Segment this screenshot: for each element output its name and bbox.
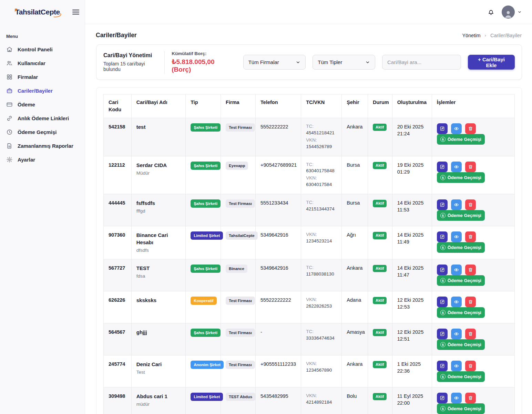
city: Adana bbox=[342, 291, 368, 323]
phone: 5552222222 bbox=[256, 118, 301, 156]
add-cari-button[interactable]: + Cari/Bayi Ekle bbox=[468, 55, 515, 70]
delete-button[interactable] bbox=[465, 123, 476, 134]
sidebar-item-kullan-c-lar[interactable]: Kullanıcılar bbox=[0, 56, 85, 70]
type-filter-select[interactable]: Tüm Tipler bbox=[313, 55, 375, 70]
col-header-name: Cari/Bayi Adı bbox=[131, 94, 185, 118]
delete-button[interactable] bbox=[465, 297, 476, 307]
payment-history-button[interactable]: $ Ödeme Geçmişi bbox=[437, 403, 485, 414]
status-cell: Aktif bbox=[368, 355, 392, 387]
cari-name-cell: Binance Cari Hesabı dfsdfs bbox=[131, 226, 185, 259]
edit-button[interactable] bbox=[437, 329, 448, 339]
city: Bursa bbox=[342, 156, 368, 194]
management-title: Cari/Bayi Yönetimi bbox=[103, 52, 157, 59]
sidebar-item-ayarlar[interactable]: Ayarlar bbox=[0, 153, 85, 166]
edit-button[interactable] bbox=[437, 393, 448, 403]
firm-badge: Test Firması bbox=[226, 123, 255, 132]
delete-button[interactable] bbox=[465, 231, 476, 242]
view-button[interactable] bbox=[451, 123, 462, 134]
sidebar-item-cariler-bayiler[interactable]: Cariler/Bayiler bbox=[0, 84, 85, 97]
avatar bbox=[502, 6, 515, 19]
view-button[interactable] bbox=[451, 199, 462, 210]
cari-subname: Test bbox=[136, 369, 181, 376]
cari-code: 245774 bbox=[104, 355, 132, 387]
menu-section-label: Menu bbox=[0, 24, 85, 42]
view-button[interactable] bbox=[451, 231, 462, 242]
sidebar-item-label: Zamanlanmış Raporlar bbox=[18, 143, 73, 149]
firm-cell: TahsilatCepte bbox=[221, 226, 256, 259]
created-cell: 12 Eki 2025 12:51 bbox=[392, 323, 432, 355]
delete-button[interactable] bbox=[465, 162, 476, 172]
sidebar-item-anl-k-deme-linkleri[interactable]: Anlık Ödeme Linkleri bbox=[0, 111, 85, 125]
payment-history-button[interactable]: $ Ödeme Geçmişi bbox=[437, 275, 485, 286]
edit-button[interactable] bbox=[437, 231, 448, 242]
cari-subname: müdür bbox=[136, 401, 181, 408]
payment-history-button[interactable]: $ Ödeme Geçmişi bbox=[437, 371, 485, 382]
created-cell: 20 Eki 2025 21:24 bbox=[392, 118, 432, 156]
sidebar-item--deme[interactable]: Ödeme bbox=[0, 97, 85, 111]
delete-button[interactable] bbox=[465, 199, 476, 210]
edit-button[interactable] bbox=[437, 297, 448, 307]
firm-cell: Test Firması bbox=[221, 323, 256, 355]
currency-circle-icon: $ bbox=[440, 137, 446, 142]
col-header-city: Şehir bbox=[342, 94, 368, 118]
table-row: 567727 TEST fdsa Şahıs Şirketi Binance 5… bbox=[104, 259, 515, 291]
actions-cell: $ Ödeme Geçmişi bbox=[432, 226, 514, 259]
cari-name-cell: ghjjj bbox=[131, 323, 185, 355]
cari-subname: fdsa bbox=[136, 273, 181, 280]
payment-history-button[interactable]: $ Ödeme Geçmişi bbox=[437, 210, 485, 221]
view-button[interactable] bbox=[451, 393, 462, 403]
sidebar-item-firmalar[interactable]: Firmalar bbox=[0, 70, 85, 84]
edit-button[interactable] bbox=[437, 199, 448, 210]
firm-cell: Test Firması bbox=[221, 194, 256, 226]
cari-name-cell: TEST fdsa bbox=[131, 259, 185, 291]
created-date: 12 Eki 2025 bbox=[397, 297, 427, 303]
view-button[interactable] bbox=[451, 297, 462, 307]
cari-name: Deniz Cari bbox=[136, 361, 181, 368]
company-filter-select[interactable]: Tüm Firmalar bbox=[243, 55, 306, 70]
created-cell: 19 Eki 2025 01:29 bbox=[392, 156, 432, 194]
sidebar-item-kontrol-paneli[interactable]: Kontrol Paneli bbox=[0, 42, 85, 56]
debt-value: ₺5.818.005,00 (Borç) bbox=[172, 58, 229, 73]
firm-cell: Binance bbox=[221, 259, 256, 291]
delete-button[interactable] bbox=[465, 393, 476, 403]
delete-button[interactable] bbox=[465, 361, 476, 371]
delete-button[interactable] bbox=[465, 329, 476, 339]
total-count-label: Toplam 15 cari/bayi bulundu bbox=[103, 61, 157, 72]
payment-history-button[interactable]: $ Ödeme Geçmişi bbox=[437, 307, 485, 318]
type-badge: Kooperatif bbox=[191, 297, 217, 305]
payment-history-button[interactable]: $ Ödeme Geçmişi bbox=[437, 242, 485, 253]
bell-icon[interactable] bbox=[487, 8, 495, 16]
view-button[interactable] bbox=[451, 162, 462, 172]
edit-button[interactable] bbox=[437, 265, 448, 275]
tc-vkn-cell: TC:45451218421VKN:1544526789 bbox=[301, 118, 342, 156]
sidebar-item--deme-ge-mi-i[interactable]: Ödeme Geçmişi bbox=[0, 125, 85, 139]
status-badge: Aktif bbox=[373, 265, 387, 272]
view-button[interactable] bbox=[451, 329, 462, 339]
sidebar-item-zamanlanm-raporlar[interactable]: Zamanlanmış Raporlar bbox=[0, 139, 85, 153]
breadcrumb-root[interactable]: Yönetim bbox=[462, 33, 480, 38]
currency-circle-icon: $ bbox=[440, 406, 446, 411]
search-input[interactable] bbox=[382, 55, 461, 70]
edit-button[interactable] bbox=[437, 123, 448, 134]
grid-icon bbox=[6, 74, 13, 80]
eye-icon bbox=[454, 299, 459, 304]
user-menu[interactable] bbox=[502, 6, 522, 19]
view-button[interactable] bbox=[451, 265, 462, 275]
brand-logo[interactable]: TahsilatCepte bbox=[15, 8, 60, 16]
payment-history-button[interactable]: $ Ödeme Geçmişi bbox=[437, 339, 485, 350]
table-row: 122112 Serdar CIDA Müdür Şahıs Şirketi E… bbox=[104, 156, 515, 194]
cari-name-cell: Deniz Cari Test bbox=[131, 355, 185, 387]
edit-button[interactable] bbox=[437, 361, 448, 371]
edit-button[interactable] bbox=[437, 162, 448, 172]
status-cell: Aktif bbox=[368, 291, 392, 323]
phone: 5349642916 bbox=[256, 226, 301, 259]
payment-history-button[interactable]: $ Ödeme Geçmişi bbox=[437, 134, 485, 145]
col-header-created: Oluşturulma bbox=[392, 94, 432, 118]
cariler-table: Cari Kodu Cari/Bayi Adı Tip Firma Telefo… bbox=[103, 94, 515, 414]
city: Ankara bbox=[342, 118, 368, 156]
payment-history-button[interactable]: $ Ödeme Geçmişi bbox=[437, 172, 485, 183]
delete-button[interactable] bbox=[465, 265, 476, 275]
view-button[interactable] bbox=[451, 361, 462, 371]
hamburger-menu-icon[interactable] bbox=[72, 8, 79, 16]
tc-vkn-cell: VKN:2622826253 bbox=[301, 291, 342, 323]
